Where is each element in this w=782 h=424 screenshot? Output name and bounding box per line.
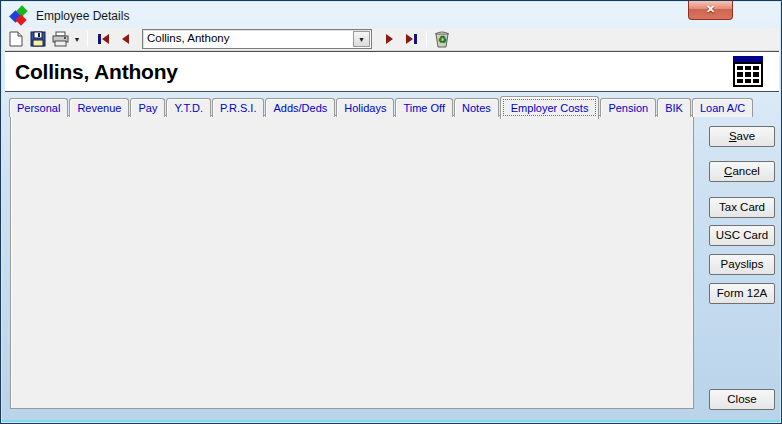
last-record-button[interactable] [400,29,422,49]
tab-time-off[interactable]: Time Off [395,98,453,117]
save-record-button[interactable] [27,29,49,49]
tab-bik[interactable]: BIK [657,98,691,117]
print-button[interactable] [49,29,71,49]
window-title: Employee Details [36,9,129,23]
title-bar[interactable]: Employee Details [3,3,779,28]
app-icon [10,7,28,25]
trash-recycle-icon: ♻ [433,30,451,48]
tab-pension[interactable]: Pension [600,98,656,117]
tab-notes[interactable]: Notes [454,98,499,117]
new-document-icon [9,31,23,47]
print-dropdown-icon[interactable]: ▼ [71,36,83,43]
last-record-icon [414,34,417,44]
employee-grid-icon [731,56,765,87]
save-button-label: ave [737,130,756,142]
close-button[interactable]: Close [709,389,775,410]
tab-prsi[interactable]: P.R.S.I. [212,98,264,117]
delete-record-button[interactable]: ♻ [431,29,453,49]
save-icon [30,31,46,47]
payslips-button[interactable]: Payslips [709,254,775,275]
tab-personal[interactable]: Personal [9,98,68,117]
cancel-button[interactable]: Cancel [709,161,775,182]
first-record-icon [98,34,101,44]
employee-record-combobox[interactable]: Collins, Anthony ▼ [142,29,372,49]
employee-name-heading: Collins, Anthony [15,60,178,84]
toolbar: ▼ Collins, Anthony ▼ ♻ [5,28,779,51]
tab-revenue[interactable]: Revenue [69,98,129,117]
employer-costs-tab-page [10,115,694,409]
usc-card-button[interactable]: USC Card [709,225,775,246]
employee-details-window: Employee Details ✕ ▼ [0,0,782,424]
toolbar-separator [426,31,427,47]
previous-record-icon [122,34,129,44]
tab-pay[interactable]: Pay [130,98,165,117]
tab-adds-deds[interactable]: Adds/Deds [265,98,335,117]
tab-loan-ac[interactable]: Loan A/C [692,98,753,117]
header-strip: Collins, Anthony [5,51,779,92]
save-button-accelerator: S [729,130,737,142]
previous-record-button[interactable] [114,29,136,49]
tab-holidays[interactable]: Holidays [336,98,394,117]
tab-ytd[interactable]: Y.T.D. [166,98,211,117]
printer-icon [52,31,69,47]
tab-employer-costs[interactable]: Employer Costs [500,96,600,119]
tab-strip: Personal Revenue Pay Y.T.D. P.R.S.I. Add… [9,96,754,117]
next-record-button[interactable] [378,29,400,49]
combobox-dropdown-button[interactable]: ▼ [353,31,370,47]
combobox-value: Collins, Anthony [147,32,229,44]
toolbar-separator [87,31,88,47]
new-record-button[interactable] [5,29,27,49]
close-window-button[interactable]: ✕ [688,1,733,20]
form-12a-button[interactable]: Form 12A [709,283,775,304]
next-record-icon [386,34,393,44]
tax-card-button[interactable]: Tax Card [709,197,775,218]
cancel-button-label: ancel [732,165,760,177]
first-record-button[interactable] [92,29,114,49]
save-button[interactable]: Save [709,126,775,147]
